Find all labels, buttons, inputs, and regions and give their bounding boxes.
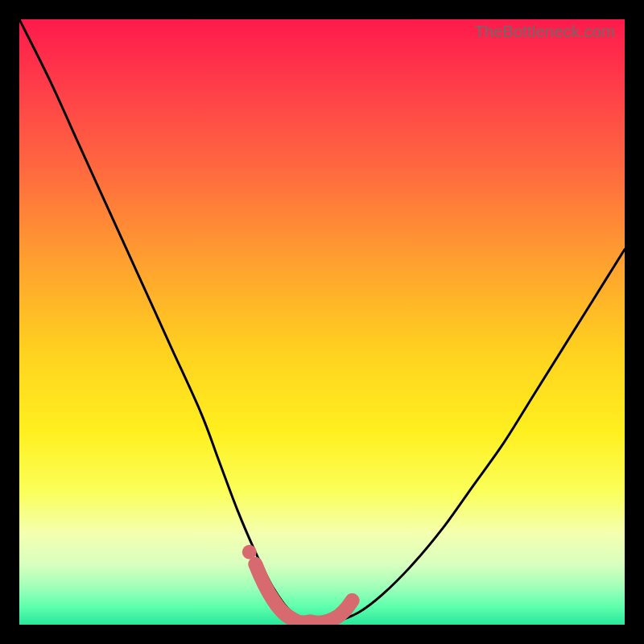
chart-svg — [19, 19, 625, 625]
watermark-text: TheBottleneck.com — [474, 23, 615, 41]
bottleneck-curve — [19, 19, 625, 623]
accent-region — [255, 564, 352, 623]
chart-area: TheBottleneck.com — [19, 19, 625, 625]
